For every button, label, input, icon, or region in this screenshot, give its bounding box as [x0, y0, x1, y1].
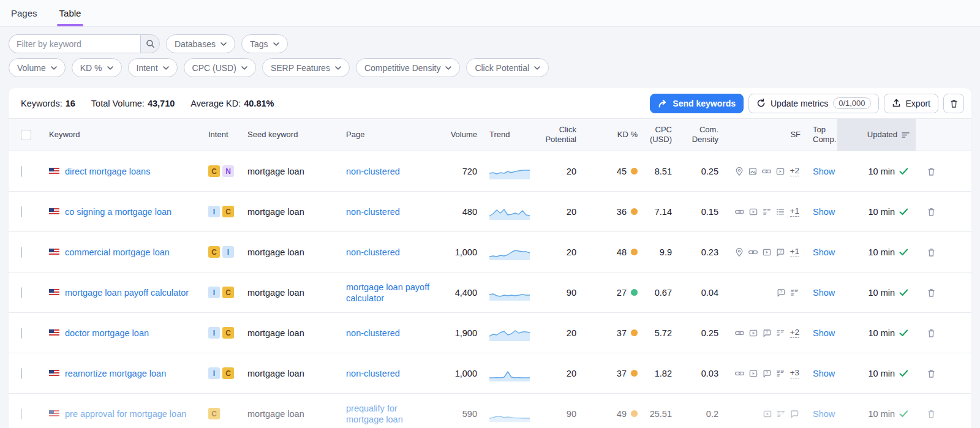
video-icon	[748, 369, 758, 378]
col-top-comp[interactable]: Top Comp.	[803, 119, 837, 151]
delete-selected-button[interactable]	[943, 94, 964, 113]
page-link[interactable]: non-clustered	[346, 207, 400, 217]
row-checkbox[interactable]	[21, 206, 22, 217]
page-link[interactable]: non-clustered	[346, 247, 400, 257]
col-updated-sorted[interactable]: Updated	[837, 119, 916, 151]
row-checkbox[interactable]	[21, 287, 22, 298]
page-link[interactable]: non-clustered	[346, 167, 400, 176]
keyword-link[interactable]: pre approval for mortgage loan	[65, 409, 186, 419]
row-trash-icon[interactable]	[927, 328, 936, 338]
col-volume[interactable]: Volume	[442, 119, 480, 151]
row-trash-icon[interactable]	[927, 288, 936, 298]
row-checkbox[interactable]	[21, 368, 22, 379]
filter-pill-cpc-usd-[interactable]: CPC (USD)	[184, 58, 256, 77]
export-button[interactable]: Export	[884, 94, 938, 113]
keyword-link[interactable]: reamortize mortgage loan	[65, 369, 166, 378]
keyword-link[interactable]: direct mortgage loans	[65, 167, 150, 176]
col-sf[interactable]: SF	[721, 119, 803, 151]
col-intent[interactable]: Intent	[208, 119, 247, 151]
seed-keyword: mortgage loan	[247, 288, 346, 298]
sf-more-link[interactable]: +2	[790, 166, 799, 176]
seed-keyword: mortgage loan	[247, 328, 346, 338]
chevron-down-icon	[534, 66, 540, 70]
row-trash-icon[interactable]	[927, 369, 936, 378]
row-checkbox[interactable]	[21, 328, 22, 339]
row-trash-icon[interactable]	[927, 167, 936, 176]
col-kd[interactable]: KD %	[579, 119, 640, 151]
page-link[interactable]: mortgage loan payoff calculator	[346, 282, 429, 303]
sf-more-link[interactable]: +2	[790, 328, 799, 338]
col-page[interactable]: Page	[346, 119, 442, 151]
col-updated-label: Updated	[867, 130, 897, 140]
top-comp-show-link[interactable]: Show	[813, 167, 835, 176]
trend-sparkline	[480, 163, 541, 179]
cpc-value: 8.51	[640, 167, 674, 176]
video-icon	[748, 328, 758, 338]
keyword-filter-input[interactable]	[9, 34, 140, 53]
keyword-link[interactable]: mortgage loan payoff calculator	[65, 288, 189, 298]
top-comp-show-link[interactable]: Show	[813, 409, 835, 419]
databases-dropdown[interactable]: Databases	[166, 34, 235, 53]
row-trash-icon[interactable]	[927, 409, 936, 419]
row-checkbox[interactable]	[21, 247, 22, 258]
top-comp-show-link[interactable]: Show	[813, 207, 835, 217]
filter-pill-competitive-density[interactable]: Competitive Density	[356, 58, 461, 77]
table-row: direct mortgage loansCNmortgage loannon-…	[9, 151, 971, 192]
volume-value: 1,000	[442, 247, 480, 257]
filter-pill-intent[interactable]: Intent	[128, 58, 178, 77]
col-density[interactable]: Com. Density	[674, 119, 721, 151]
keyword-link[interactable]: co signing a mortgage loan	[65, 207, 172, 217]
tags-dropdown[interactable]: Tags	[241, 34, 288, 53]
col-seed[interactable]: Seed keyword	[247, 119, 346, 151]
row-trash-icon[interactable]	[927, 247, 936, 257]
send-keywords-button[interactable]: Send keywords	[650, 94, 744, 113]
view-tabbar: Pages Table	[0, 0, 980, 27]
chevron-down-icon	[107, 66, 113, 70]
video-icon	[775, 167, 785, 176]
search-button[interactable]	[140, 34, 160, 53]
filter-pill-kd-[interactable]: KD %	[72, 58, 122, 77]
filters-area: Databases Tags VolumeKD %IntentCPC (USD)…	[0, 27, 980, 83]
page-link[interactable]: prequalify for mortgage loan	[346, 404, 403, 424]
intent-badge-C: C	[208, 165, 220, 177]
sf-more-link[interactable]: +1	[790, 247, 799, 257]
intent-badge-I: I	[208, 367, 220, 379]
filter-pill-serp-features[interactable]: SERP Features	[262, 58, 350, 77]
intent-badges: IC	[208, 327, 247, 339]
col-click-potential[interactable]: Click Potential	[541, 119, 579, 151]
keyword-link[interactable]: commercial mortgage loan	[65, 247, 170, 257]
intent-badge-I: I	[208, 287, 220, 298]
page-link[interactable]: non-clustered	[346, 369, 400, 378]
cpc-value: 9.9	[640, 247, 674, 257]
us-flag-icon	[49, 208, 59, 216]
col-trend[interactable]: Trend	[480, 119, 541, 151]
filter-pill-click-potential[interactable]: Click Potential	[466, 58, 549, 77]
tab-table[interactable]: Table	[57, 1, 84, 26]
location-icon	[734, 167, 744, 176]
sf-more-link[interactable]: +3	[790, 368, 799, 378]
top-comp-show-link[interactable]: Show	[813, 247, 835, 257]
row-trash-icon[interactable]	[927, 207, 936, 217]
top-comp-show-link[interactable]: Show	[813, 288, 835, 298]
row-checkbox[interactable]	[21, 408, 22, 419]
us-flag-icon	[49, 370, 59, 377]
comment-icon	[790, 409, 799, 419]
keyword-link[interactable]: doctor mortgage loan	[65, 328, 149, 338]
intent-badge-N: N	[222, 165, 234, 177]
update-metrics-button[interactable]: Update metrics 0/1,000	[748, 94, 879, 113]
page-link[interactable]: non-clustered	[346, 328, 400, 338]
filter-pill-volume[interactable]: Volume	[9, 58, 66, 77]
refresh-icon	[756, 99, 766, 108]
kd-level-dot	[631, 208, 638, 215]
chevron-down-icon	[335, 66, 341, 70]
col-cpc[interactable]: CPC (USD)	[640, 119, 674, 151]
tab-pages[interactable]: Pages	[9, 1, 40, 26]
video-icon	[762, 247, 772, 257]
top-comp-show-link[interactable]: Show	[813, 369, 835, 378]
col-keyword[interactable]: Keyword	[49, 119, 208, 151]
faq-icon: ?	[762, 328, 772, 338]
top-comp-show-link[interactable]: Show	[813, 328, 835, 338]
select-all-checkbox[interactable]	[21, 130, 31, 140]
sf-more-link[interactable]: +1	[790, 206, 799, 217]
row-checkbox[interactable]	[21, 166, 22, 177]
